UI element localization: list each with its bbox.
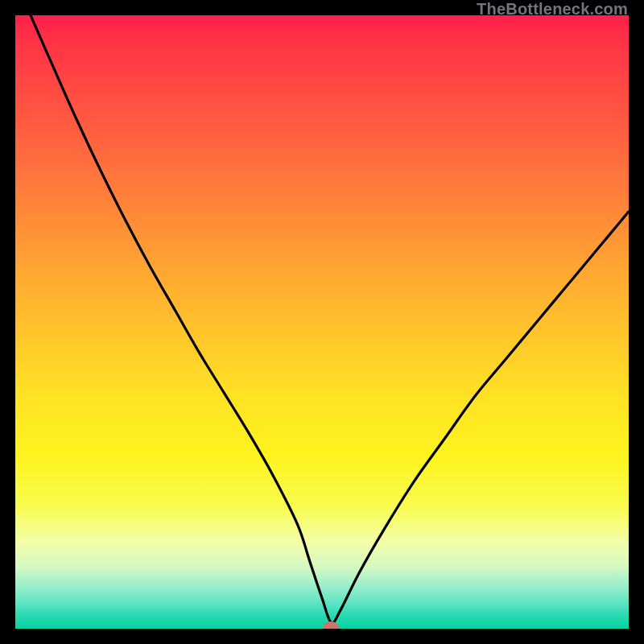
chart-frame: TheBottleneck.com	[0, 0, 644, 644]
optimal-point-marker	[323, 621, 339, 629]
plot-area	[15, 15, 629, 629]
background-gradient	[15, 15, 629, 629]
